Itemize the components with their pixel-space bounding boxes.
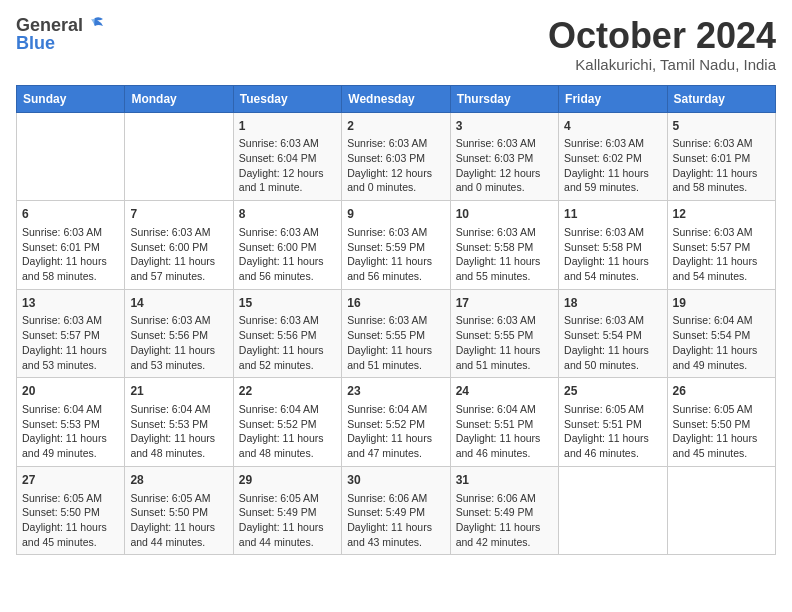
day-number: 5 [673,118,770,135]
day-number: 14 [130,295,227,312]
day-number: 22 [239,383,336,400]
day-number: 4 [564,118,661,135]
calendar-cell: 9Sunrise: 6:03 AM Sunset: 5:59 PM Daylig… [342,201,450,290]
logo-blue-text: Blue [16,34,55,52]
calendar-cell: 19Sunrise: 6:04 AM Sunset: 5:54 PM Dayli… [667,289,775,378]
calendar-cell: 25Sunrise: 6:05 AM Sunset: 5:51 PM Dayli… [559,378,667,467]
calendar-cell [17,112,125,201]
day-info: Sunrise: 6:05 AM Sunset: 5:50 PM Dayligh… [22,491,119,550]
day-info: Sunrise: 6:06 AM Sunset: 5:49 PM Dayligh… [456,491,553,550]
day-number: 9 [347,206,444,223]
day-number: 12 [673,206,770,223]
day-number: 17 [456,295,553,312]
calendar-header: Sunday Monday Tuesday Wednesday Thursday… [17,85,776,112]
header-saturday: Saturday [667,85,775,112]
day-info: Sunrise: 6:03 AM Sunset: 6:04 PM Dayligh… [239,136,336,195]
day-info: Sunrise: 6:03 AM Sunset: 6:03 PM Dayligh… [456,136,553,195]
day-number: 21 [130,383,227,400]
logo-bird-icon [85,16,107,34]
calendar-cell: 17Sunrise: 6:03 AM Sunset: 5:55 PM Dayli… [450,289,558,378]
day-info: Sunrise: 6:05 AM Sunset: 5:51 PM Dayligh… [564,402,661,461]
day-number: 19 [673,295,770,312]
calendar-cell: 6Sunrise: 6:03 AM Sunset: 6:01 PM Daylig… [17,201,125,290]
calendar-week-row: 20Sunrise: 6:04 AM Sunset: 5:53 PM Dayli… [17,378,776,467]
day-info: Sunrise: 6:03 AM Sunset: 5:56 PM Dayligh… [130,313,227,372]
calendar-cell: 11Sunrise: 6:03 AM Sunset: 5:58 PM Dayli… [559,201,667,290]
day-info: Sunrise: 6:03 AM Sunset: 6:01 PM Dayligh… [673,136,770,195]
day-info: Sunrise: 6:05 AM Sunset: 5:50 PM Dayligh… [130,491,227,550]
calendar-cell: 5Sunrise: 6:03 AM Sunset: 6:01 PM Daylig… [667,112,775,201]
calendar-week-row: 27Sunrise: 6:05 AM Sunset: 5:50 PM Dayli… [17,466,776,555]
calendar-cell: 18Sunrise: 6:03 AM Sunset: 5:54 PM Dayli… [559,289,667,378]
day-info: Sunrise: 6:06 AM Sunset: 5:49 PM Dayligh… [347,491,444,550]
day-info: Sunrise: 6:03 AM Sunset: 6:03 PM Dayligh… [347,136,444,195]
day-info: Sunrise: 6:03 AM Sunset: 5:59 PM Dayligh… [347,225,444,284]
day-info: Sunrise: 6:04 AM Sunset: 5:53 PM Dayligh… [130,402,227,461]
day-info: Sunrise: 6:03 AM Sunset: 6:00 PM Dayligh… [239,225,336,284]
header-tuesday: Tuesday [233,85,341,112]
calendar-cell: 21Sunrise: 6:04 AM Sunset: 5:53 PM Dayli… [125,378,233,467]
day-number: 20 [22,383,119,400]
day-number: 30 [347,472,444,489]
day-info: Sunrise: 6:03 AM Sunset: 5:58 PM Dayligh… [456,225,553,284]
day-number: 3 [456,118,553,135]
calendar-week-row: 13Sunrise: 6:03 AM Sunset: 5:57 PM Dayli… [17,289,776,378]
calendar-cell: 28Sunrise: 6:05 AM Sunset: 5:50 PM Dayli… [125,466,233,555]
day-info: Sunrise: 6:04 AM Sunset: 5:52 PM Dayligh… [347,402,444,461]
calendar-cell [559,466,667,555]
day-number: 8 [239,206,336,223]
day-number: 29 [239,472,336,489]
day-info: Sunrise: 6:05 AM Sunset: 5:50 PM Dayligh… [673,402,770,461]
day-info: Sunrise: 6:03 AM Sunset: 5:58 PM Dayligh… [564,225,661,284]
header-monday: Monday [125,85,233,112]
day-info: Sunrise: 6:03 AM Sunset: 5:57 PM Dayligh… [673,225,770,284]
header-wednesday: Wednesday [342,85,450,112]
month-title: October 2024 [548,16,776,56]
calendar-cell: 1Sunrise: 6:03 AM Sunset: 6:04 PM Daylig… [233,112,341,201]
day-number: 28 [130,472,227,489]
calendar-cell: 2Sunrise: 6:03 AM Sunset: 6:03 PM Daylig… [342,112,450,201]
day-info: Sunrise: 6:03 AM Sunset: 6:02 PM Dayligh… [564,136,661,195]
calendar-cell: 8Sunrise: 6:03 AM Sunset: 6:00 PM Daylig… [233,201,341,290]
day-number: 15 [239,295,336,312]
calendar-cell: 23Sunrise: 6:04 AM Sunset: 5:52 PM Dayli… [342,378,450,467]
calendar-body: 1Sunrise: 6:03 AM Sunset: 6:04 PM Daylig… [17,112,776,555]
calendar-cell: 24Sunrise: 6:04 AM Sunset: 5:51 PM Dayli… [450,378,558,467]
calendar-cell [667,466,775,555]
calendar-cell: 31Sunrise: 6:06 AM Sunset: 5:49 PM Dayli… [450,466,558,555]
header-thursday: Thursday [450,85,558,112]
day-info: Sunrise: 6:04 AM Sunset: 5:52 PM Dayligh… [239,402,336,461]
day-number: 10 [456,206,553,223]
calendar-cell: 10Sunrise: 6:03 AM Sunset: 5:58 PM Dayli… [450,201,558,290]
day-info: Sunrise: 6:03 AM Sunset: 6:00 PM Dayligh… [130,225,227,284]
day-info: Sunrise: 6:03 AM Sunset: 5:54 PM Dayligh… [564,313,661,372]
day-info: Sunrise: 6:05 AM Sunset: 5:49 PM Dayligh… [239,491,336,550]
logo: General Blue [16,16,107,52]
calendar-cell: 13Sunrise: 6:03 AM Sunset: 5:57 PM Dayli… [17,289,125,378]
day-number: 24 [456,383,553,400]
day-info: Sunrise: 6:03 AM Sunset: 6:01 PM Dayligh… [22,225,119,284]
day-info: Sunrise: 6:03 AM Sunset: 5:55 PM Dayligh… [347,313,444,372]
day-info: Sunrise: 6:03 AM Sunset: 5:55 PM Dayligh… [456,313,553,372]
day-info: Sunrise: 6:04 AM Sunset: 5:51 PM Dayligh… [456,402,553,461]
calendar-week-row: 6Sunrise: 6:03 AM Sunset: 6:01 PM Daylig… [17,201,776,290]
calendar-cell: 12Sunrise: 6:03 AM Sunset: 5:57 PM Dayli… [667,201,775,290]
header-friday: Friday [559,85,667,112]
calendar-cell: 22Sunrise: 6:04 AM Sunset: 5:52 PM Dayli… [233,378,341,467]
calendar-week-row: 1Sunrise: 6:03 AM Sunset: 6:04 PM Daylig… [17,112,776,201]
day-number: 16 [347,295,444,312]
day-number: 31 [456,472,553,489]
calendar-cell: 14Sunrise: 6:03 AM Sunset: 5:56 PM Dayli… [125,289,233,378]
calendar-title-block: October 2024 Kallakurichi, Tamil Nadu, I… [548,16,776,73]
day-number: 6 [22,206,119,223]
day-info: Sunrise: 6:04 AM Sunset: 5:53 PM Dayligh… [22,402,119,461]
calendar-cell: 30Sunrise: 6:06 AM Sunset: 5:49 PM Dayli… [342,466,450,555]
day-number: 1 [239,118,336,135]
header-sunday: Sunday [17,85,125,112]
day-info: Sunrise: 6:04 AM Sunset: 5:54 PM Dayligh… [673,313,770,372]
calendar-cell: 20Sunrise: 6:04 AM Sunset: 5:53 PM Dayli… [17,378,125,467]
day-number: 18 [564,295,661,312]
day-number: 7 [130,206,227,223]
page-header: General Blue October 2024 Kallakurichi, … [16,16,776,73]
day-number: 25 [564,383,661,400]
